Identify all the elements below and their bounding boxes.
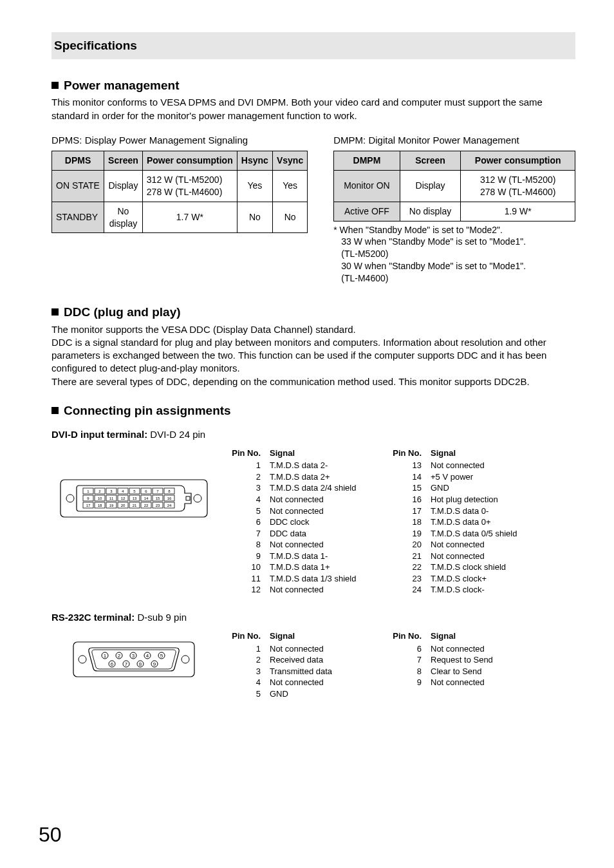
col-head-pin: Pin No.	[230, 448, 270, 459]
dpms-r0-vsync: Yes	[272, 170, 307, 202]
svg-point-53	[79, 656, 86, 663]
pin-number: 5	[230, 688, 270, 700]
pin-signal: T.M.D.S clock+	[431, 573, 526, 585]
pin-signal: Not connected	[270, 677, 365, 688]
pin-number: 2	[230, 654, 270, 666]
pin-row: 14+5 V power	[391, 471, 526, 483]
svg-text:6: 6	[145, 489, 147, 493]
ddc-p1: The monitor supports the VESA DDC (Displ…	[51, 323, 575, 336]
pin-signal: T.M.D.S data 0-	[431, 505, 526, 517]
svg-point-1	[66, 495, 74, 502]
dmpm-h1: Screen	[400, 151, 461, 171]
col-head-sig: Signal	[270, 448, 365, 459]
svg-text:8: 8	[168, 489, 171, 493]
pin-number: 5	[230, 505, 270, 517]
svg-text:3: 3	[110, 489, 113, 493]
pin-row: 1Not connected	[230, 643, 365, 655]
dpms-r0-pl1: 312 W (TL-M5200)	[147, 175, 222, 185]
dpms-r0-name: ON STATE	[52, 170, 104, 202]
svg-text:21: 21	[132, 504, 136, 507]
pin-row: 3Transmitted data	[230, 666, 365, 677]
pin-row: 9T.M.D.S data 1-	[230, 551, 365, 562]
svg-text:13: 13	[132, 496, 136, 500]
svg-text:20: 20	[120, 504, 125, 507]
pin-row: 15GND	[391, 482, 526, 494]
dpms-caption: DPMS: Display Power Management Signaling	[51, 134, 308, 147]
svg-text:3: 3	[131, 653, 135, 659]
pin-row: 7DDC data	[230, 528, 365, 540]
heading-connecting: Connecting pin assignments	[51, 402, 575, 419]
pin-row: 3T.M.D.S data 2/4 shield	[230, 482, 365, 494]
pin-signal: Transmitted data	[270, 666, 365, 677]
pin-signal: Not connected	[270, 539, 365, 551]
pin-signal: Not connected	[270, 584, 365, 596]
svg-text:14: 14	[144, 496, 148, 500]
svg-text:5: 5	[160, 653, 163, 659]
pin-signal: T.M.D.S data 0/5 shield	[431, 528, 526, 540]
dvi-right-col: Pin No.Signal 13Not connected14+5 V powe…	[391, 448, 526, 596]
pin-number: 10	[230, 561, 270, 573]
dvi-left-col: Pin No.Signal 1T.M.D.S data 2-2T.M.D.S d…	[230, 448, 365, 596]
pin-signal: Not connected	[431, 539, 526, 551]
svg-text:19: 19	[109, 504, 113, 507]
pin-number: 3	[230, 482, 270, 494]
heading-text: Connecting pin assignments	[64, 402, 231, 419]
svg-text:18: 18	[97, 504, 102, 507]
dmpm-r1-name: Active OFF	[334, 202, 400, 221]
col-head-sig: Signal	[270, 630, 365, 642]
rs232c-pin-section: 1 2 3 4 5 6 7 8 9 Pin	[51, 630, 575, 699]
pin-row: 22T.M.D.S clock shield	[391, 561, 526, 573]
pin-number: 8	[230, 539, 270, 551]
pin-number: 23	[391, 573, 431, 585]
dpms-r1-sl2: display	[109, 218, 138, 229]
pin-signal: T.M.D.S data 1-	[270, 551, 365, 562]
dpms-col: DPMS: Display Power Management Signaling…	[51, 130, 308, 234]
pin-signal: +5 V power	[431, 471, 526, 483]
svg-text:4: 4	[122, 489, 124, 493]
table-row: Monitor ON Display 312 W (TL-M5200) 278 …	[334, 170, 575, 202]
fn4: (TL-M4600)	[333, 272, 575, 285]
pin-row: 23T.M.D.S clock+	[391, 573, 526, 585]
ddc-p3: There are several types of DDC, dependin…	[51, 375, 575, 388]
dvi-connector-icon: 12345678 910111213141516 171819202122232…	[60, 479, 208, 518]
svg-text:15: 15	[155, 496, 160, 500]
rs232c-left-col: Pin No.Signal 1Not connected2Received da…	[230, 630, 365, 699]
dvi-connector-diagram: 12345678 910111213141516 171819202122232…	[51, 448, 216, 527]
pin-signal: Not connected	[431, 460, 526, 471]
pin-signal: Not connected	[431, 677, 526, 688]
table-row: STANDBY No display 1.7 W* No No	[52, 202, 308, 233]
dmpm-h0: DMPM	[334, 151, 400, 171]
col-head-sig: Signal	[431, 448, 526, 459]
pin-number: 7	[391, 654, 431, 666]
dmpm-r0-power: 312 W (TL-M5200) 278 W (TL-M4600)	[461, 170, 575, 202]
pin-number: 20	[391, 539, 431, 551]
pin-signal: GND	[270, 688, 365, 700]
pin-row: 16Hot plug detection	[391, 494, 526, 505]
table-row: Active OFF No display 1.9 W*	[334, 202, 575, 221]
pin-signal: Not connected	[270, 494, 365, 505]
heading-text: Power management	[64, 77, 180, 94]
pin-row: 19T.M.D.S data 0/5 shield	[391, 528, 526, 540]
pin-number: 6	[230, 516, 270, 528]
ddc-p2: DDC is a signal standard for plug and pl…	[51, 336, 575, 375]
fn2: (TL-M5200)	[333, 248, 575, 260]
pin-number: 15	[391, 482, 431, 494]
col-head-pin: Pin No.	[230, 630, 270, 642]
svg-text:10: 10	[97, 496, 102, 500]
dmpm-r1-screen: No display	[400, 202, 461, 221]
fn0: * When "Standby Mode" is set to "Mode2".	[333, 224, 575, 236]
pin-number: 9	[230, 551, 270, 562]
dpms-r1-screen: No display	[104, 202, 143, 233]
svg-text:9: 9	[153, 661, 156, 667]
svg-text:24: 24	[167, 504, 171, 507]
pin-number: 16	[391, 494, 431, 505]
pin-signal: DDC data	[270, 528, 365, 540]
pin-row: 2T.M.D.S data 2+	[230, 471, 365, 483]
heading-text: DDC (plug and play)	[64, 304, 181, 321]
pin-signal: Received data	[270, 654, 365, 666]
pin-signal: T.M.D.S data 2-	[270, 460, 365, 471]
dmpm-r0-screen: Display	[400, 170, 461, 202]
pm-intro: This monitor conforms to VESA DPMS and D…	[51, 96, 575, 122]
pin-number: 1	[230, 643, 270, 655]
pin-signal: GND	[431, 482, 526, 494]
